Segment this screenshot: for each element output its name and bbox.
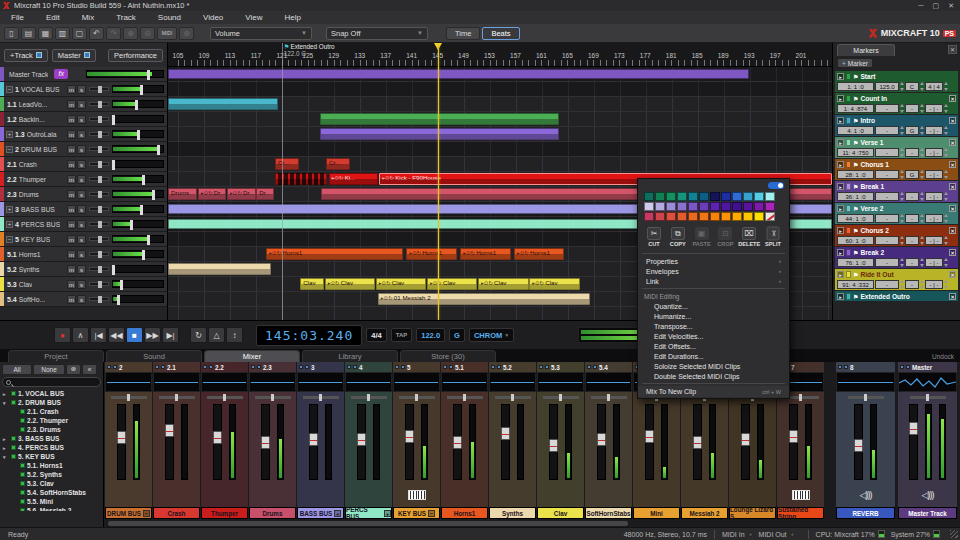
pan-thumb[interactable]: [98, 161, 102, 168]
stepper-icon[interactable]: [900, 148, 904, 157]
marker-tempo-field[interactable]: -: [875, 236, 899, 245]
select-all-button[interactable]: All: [2, 364, 32, 375]
pan-thumb[interactable]: [98, 266, 102, 273]
color-swatch[interactable]: [721, 212, 731, 221]
stepper-icon[interactable]: [920, 258, 924, 267]
track-row[interactable]: −5KEY BUSms: [0, 232, 167, 247]
context-action-delete[interactable]: ⌧DELETE: [738, 227, 760, 247]
marker-timesig-field[interactable]: - | -: [925, 170, 943, 179]
clip[interactable]: ▸⊙↻Clav: [529, 278, 579, 290]
fader-knob[interactable]: [501, 427, 510, 440]
strip-fader[interactable]: [309, 404, 318, 480]
fader-knob[interactable]: [741, 433, 750, 446]
mute-button[interactable]: m: [67, 295, 76, 304]
menu-item-mix[interactable]: Mix: [71, 13, 105, 22]
solo-button[interactable]: s: [77, 160, 86, 169]
mixer-strip-reverb[interactable]: 8◁)))REVERB: [836, 362, 895, 519]
playhead[interactable]: [438, 43, 439, 320]
marker-position-field[interactable]: 91: 4 :332: [837, 280, 874, 289]
stepper-icon[interactable]: [920, 280, 924, 289]
pan-thumb[interactable]: [98, 206, 102, 213]
punch-io-button[interactable]: ↕: [226, 327, 243, 343]
strip-fader[interactable]: [213, 404, 222, 480]
menu-item-track[interactable]: Track: [105, 13, 147, 22]
instrument-icon-slot[interactable]: [345, 483, 392, 507]
volume-fader[interactable]: [112, 280, 164, 288]
zoom-out-icon[interactable]: ⊖: [140, 27, 155, 40]
close-icon[interactable]: ✕: [948, 45, 957, 54]
undo-icon[interactable]: ↶: [89, 27, 104, 40]
tree-item[interactable]: 5.4. SoftHornStabs: [0, 488, 103, 497]
color-swatch[interactable]: [666, 212, 676, 221]
tree-arrow-icon[interactable]: ▾: [3, 400, 9, 406]
timeline-marker-label[interactable]: ⚑Extended Outro122.0 G: [284, 43, 335, 57]
color-swatch[interactable]: [666, 202, 676, 211]
marker-expand-button[interactable]: ▸: [837, 227, 844, 234]
midi-button[interactable]: MIDI: [157, 27, 177, 40]
strip-name-label[interactable]: PERCS BUS+: [345, 507, 392, 519]
mixer-scrollbar[interactable]: [108, 521, 628, 526]
stepper-icon[interactable]: [920, 126, 924, 135]
pan-slider[interactable]: [89, 132, 109, 136]
pan-thumb[interactable]: [127, 394, 130, 401]
color-swatch[interactable]: [721, 202, 731, 211]
scale-mode-dropdown[interactable]: CHROM▼: [469, 328, 514, 342]
minimize-button[interactable]: ─: [919, 2, 924, 10]
strip-fader[interactable]: [789, 404, 798, 480]
pan-thumb[interactable]: [607, 394, 610, 401]
strip-eq-display[interactable]: [585, 372, 632, 392]
fader-knob[interactable]: [405, 430, 414, 443]
no-color-swatch[interactable]: [765, 212, 775, 221]
fader-knob[interactable]: [357, 433, 366, 446]
menu-item-edit[interactable]: Edit: [35, 13, 71, 22]
tree-item[interactable]: ▸3. BASS BUS: [0, 434, 103, 443]
marker-timesig-field[interactable]: - | -: [925, 280, 943, 289]
stepper-icon[interactable]: [920, 214, 924, 223]
stepper-icon[interactable]: [944, 170, 948, 179]
save-icon[interactable]: ▦: [38, 27, 53, 40]
fader-knob[interactable]: [597, 433, 606, 446]
strip-pan-slider[interactable]: [207, 396, 243, 399]
marker-position-field[interactable]: 60: 1 :0: [837, 236, 874, 245]
tree-arrow-icon[interactable]: ▾: [3, 454, 9, 460]
color-swatch[interactable]: [743, 192, 753, 201]
solo-button[interactable]: s: [77, 190, 86, 199]
marker-color-chip[interactable]: [846, 117, 851, 124]
strip-fader[interactable]: [357, 404, 366, 480]
track-row[interactable]: +3BASS BUSms: [0, 202, 167, 217]
undock-button[interactable]: Undock: [932, 353, 960, 362]
fader-knob[interactable]: [549, 439, 558, 452]
solo-button[interactable]: s: [77, 295, 86, 304]
tree-arrow-icon[interactable]: ▸: [3, 436, 9, 442]
rewind-button[interactable]: ◀◀: [108, 327, 125, 343]
marker-item[interactable]: ▸⚑Count In✕1: 4 :874--- | -: [835, 93, 958, 114]
stepper-icon[interactable]: [900, 170, 904, 179]
menu-item-edit-velocities-[interactable]: Edit Velocities...: [638, 331, 789, 341]
tree-item[interactable]: 2.1. Crash: [0, 407, 103, 416]
fader-knob[interactable]: [854, 439, 863, 452]
menu-item-sound[interactable]: Sound: [147, 13, 192, 22]
fader-thumb[interactable]: [142, 250, 145, 260]
marker-item[interactable]: ▸⚑Extended Outro✕: [835, 291, 958, 301]
strip-pan-slider[interactable]: [255, 396, 291, 399]
clip[interactable]: ▸⊙↻Horns1: [460, 248, 510, 260]
tree-item[interactable]: 5.3. Clav: [0, 479, 103, 488]
track-enabled-checkbox[interactable]: [11, 454, 16, 459]
fader-thumb[interactable]: [112, 115, 115, 125]
menu-item-mix-to-new-clip[interactable]: Mix To New Clipctrl + W: [638, 386, 789, 397]
marker-tempo-field[interactable]: -: [875, 170, 899, 179]
mixer-strip-percs-bus[interactable]: 4PERCS BUS+: [345, 362, 392, 519]
pan-slider[interactable]: [89, 282, 109, 286]
strip-pan-slider[interactable]: [351, 396, 387, 399]
marker-timesig-field[interactable]: - | -: [925, 258, 943, 267]
strip-expand-button[interactable]: +: [384, 510, 391, 517]
color-swatch[interactable]: [754, 192, 764, 201]
fader-thumb[interactable]: [112, 160, 115, 170]
pan-thumb[interactable]: [559, 394, 562, 401]
track-row[interactable]: 5.1Horns1ms: [0, 247, 167, 262]
marker-key-field[interactable]: -: [905, 214, 919, 223]
track-enabled-checkbox[interactable]: [20, 418, 25, 423]
solo-button[interactable]: s: [77, 115, 86, 124]
marker-key-field[interactable]: -: [905, 192, 919, 201]
fader-thumb[interactable]: [120, 280, 123, 290]
